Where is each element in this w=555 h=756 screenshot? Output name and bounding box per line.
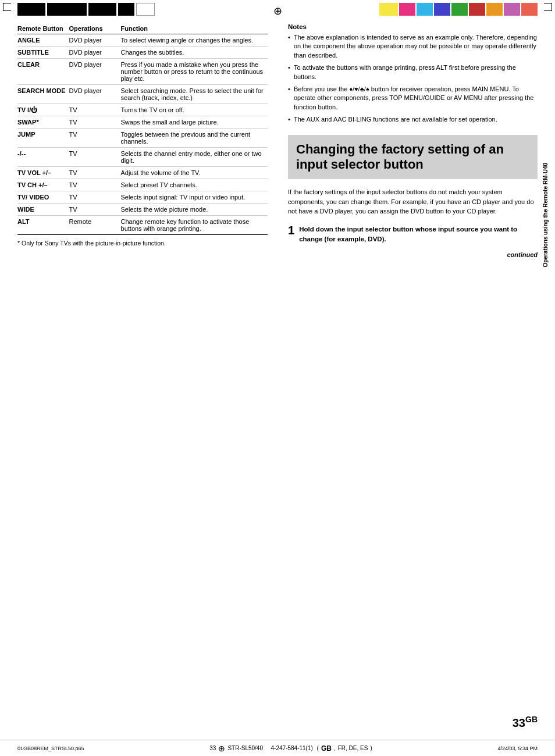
cell-func: Selects input signal: TV input or video … xyxy=(121,191,268,204)
cell-func: Toggles between the previous and the cur… xyxy=(121,129,268,148)
remote-table: Remote Button Operations Function ANGLED… xyxy=(17,23,268,235)
cell-remote: SEARCH MODE xyxy=(17,85,69,104)
table-row: TV VOL +/–TVAdjust the volume of the TV. xyxy=(17,167,268,179)
cell-remote: SWAP* xyxy=(17,116,69,129)
color-salmon xyxy=(521,3,538,16)
step-1-container: 1 Hold down the input selector button wh… xyxy=(288,224,538,245)
cell-func: Selects the wide picture mode. xyxy=(121,204,268,216)
notes-item: To activate the buttons with orange prin… xyxy=(288,63,538,81)
step-1-number: 1 xyxy=(288,224,294,245)
right-column: Notes The above explanation is intended … xyxy=(279,23,538,733)
cell-ops: TV xyxy=(69,204,121,216)
cell-ops: Remote xyxy=(69,216,121,235)
black-block-2 xyxy=(47,3,87,16)
cell-ops: DVD player xyxy=(69,47,121,59)
top-color-bar xyxy=(379,3,538,16)
bottom-lang-gb: GB xyxy=(321,744,332,753)
cell-ops: DVD player xyxy=(69,59,121,85)
corner-mark-br xyxy=(544,3,552,11)
cell-func: Selects the channel entry mode, either o… xyxy=(121,148,268,167)
table-row: ALTRemoteChange remote key function to a… xyxy=(17,216,268,235)
cell-remote: ANGLE xyxy=(17,34,69,47)
cell-remote: TV CH +/– xyxy=(17,179,69,191)
top-left-blocks xyxy=(17,3,155,16)
factory-setting-heading: Changing the factory setting of an input… xyxy=(296,142,529,173)
table-row: JUMPTVToggles between the previous and t… xyxy=(17,129,268,148)
factory-setting-description: If the factory settings of the input sel… xyxy=(288,187,538,216)
cell-func: Adjust the volume of the TV. xyxy=(121,167,268,179)
cell-ops: TV xyxy=(69,148,121,167)
color-orange xyxy=(486,3,503,16)
left-column: Remote Button Operations Function ANGLED… xyxy=(17,23,279,733)
table-row: ANGLEDVD playerTo select viewing angle o… xyxy=(17,34,268,47)
black-block-4 xyxy=(118,3,134,16)
cell-func: Swaps the small and large picture. xyxy=(121,116,268,129)
cell-func: Select searching mode. Press to select t… xyxy=(121,85,268,104)
notes-list: The above explanation is intended to ser… xyxy=(288,33,538,124)
bottom-code: 4-247-584-11(1) xyxy=(271,745,313,751)
bottom-center: 33 ⊕ STR-SL50/40 4-247-584-11(1) ( GB, F… xyxy=(209,744,372,753)
table-row: SWAP*TVSwaps the small and large picture… xyxy=(17,116,268,129)
top-crosshair-icon: ⊕ xyxy=(273,5,282,17)
color-green xyxy=(451,3,468,16)
notes-item: The above explanation is intended to ser… xyxy=(288,33,538,60)
bottom-right-text: 4/24/03, 5:34 PM xyxy=(497,746,538,751)
cell-func: Changes the subtitles. xyxy=(121,47,268,59)
table-row: SEARCH MODEDVD playerSelect searching mo… xyxy=(17,85,268,104)
cell-func: Change remote key function to activate t… xyxy=(121,216,268,235)
table-row: TV/ VIDEOTVSelects input signal: TV inpu… xyxy=(17,191,268,204)
page-number: 33GB xyxy=(513,715,538,730)
bottom-model: STR-SL50/40 xyxy=(227,745,263,751)
header-remote-button: Remote Button xyxy=(17,23,69,34)
notes-item: The AUX and AAC BI-LING functions are no… xyxy=(288,115,538,124)
cell-ops: TV xyxy=(69,104,121,116)
notes-item: Before you use the ♦/♥/♣/♠ button for re… xyxy=(288,85,538,112)
cell-remote: WIDE xyxy=(17,204,69,216)
cell-ops: DVD player xyxy=(69,85,121,104)
cell-remote: TV/ VIDEO xyxy=(17,191,69,204)
bottom-bar: 01GB08REM_STRSL50.p65 33 ⊕ STR-SL50/40 4… xyxy=(0,740,555,756)
cell-func: Select preset TV channels. xyxy=(121,179,268,191)
sidebar-text: Operations using the Remote RM-U40 xyxy=(542,163,555,267)
corner-mark-bl xyxy=(3,3,11,11)
cell-remote: ALT xyxy=(17,216,69,235)
cell-remote: TV I/⏻ xyxy=(17,104,69,116)
bottom-crosshair-icon: ⊕ xyxy=(218,744,225,753)
table-row: CLEARDVD playerPress if you made a mista… xyxy=(17,59,268,85)
header-operations: Operations xyxy=(69,23,121,34)
continued-label: continued xyxy=(288,251,538,258)
table-row: WIDETVSelects the wide picture mode. xyxy=(17,204,268,216)
notes-section: Notes The above explanation is intended … xyxy=(288,23,538,124)
table-row: TV CH +/–TVSelect preset TV channels. xyxy=(17,179,268,191)
step-1-text: Hold down the input selector button whos… xyxy=(299,224,538,245)
cell-ops: TV xyxy=(69,167,121,179)
cell-func: Press if you made a mistake when you pre… xyxy=(121,59,268,85)
bottom-page-num: 33 xyxy=(209,745,216,751)
color-blue xyxy=(434,3,450,16)
cell-remote: TV VOL +/– xyxy=(17,167,69,179)
color-purple xyxy=(504,3,520,16)
bottom-left-text: 01GB08REM_STRSL50.p65 xyxy=(17,746,84,751)
factory-setting-box: Changing the factory setting of an input… xyxy=(288,135,538,180)
table-row: SUBTITLEDVD playerChanges the subtitles. xyxy=(17,47,268,59)
cell-func: Turns the TV on or off. xyxy=(121,104,268,116)
cell-ops: TV xyxy=(69,179,121,191)
color-cyan xyxy=(417,3,433,16)
notes-title: Notes xyxy=(288,23,538,30)
table-row: -/--TVSelects the channel entry mode, ei… xyxy=(17,148,268,167)
cell-remote: SUBTITLE xyxy=(17,47,69,59)
cell-remote: CLEAR xyxy=(17,59,69,85)
cell-ops: TV xyxy=(69,116,121,129)
cell-ops: DVD player xyxy=(69,34,121,47)
color-pink xyxy=(399,3,415,16)
bottom-langs: FR, DE, ES xyxy=(338,745,368,751)
cell-ops: TV xyxy=(69,191,121,204)
white-block xyxy=(136,3,155,16)
black-block-3 xyxy=(88,3,116,16)
main-content: Remote Button Operations Function ANGLED… xyxy=(17,23,538,733)
cell-func: To select viewing angle or changes the a… xyxy=(121,34,268,47)
table-row: TV I/⏻TVTurns the TV on or off. xyxy=(17,104,268,116)
color-red xyxy=(469,3,485,16)
color-yellow xyxy=(379,3,398,16)
black-block-1 xyxy=(17,3,45,16)
